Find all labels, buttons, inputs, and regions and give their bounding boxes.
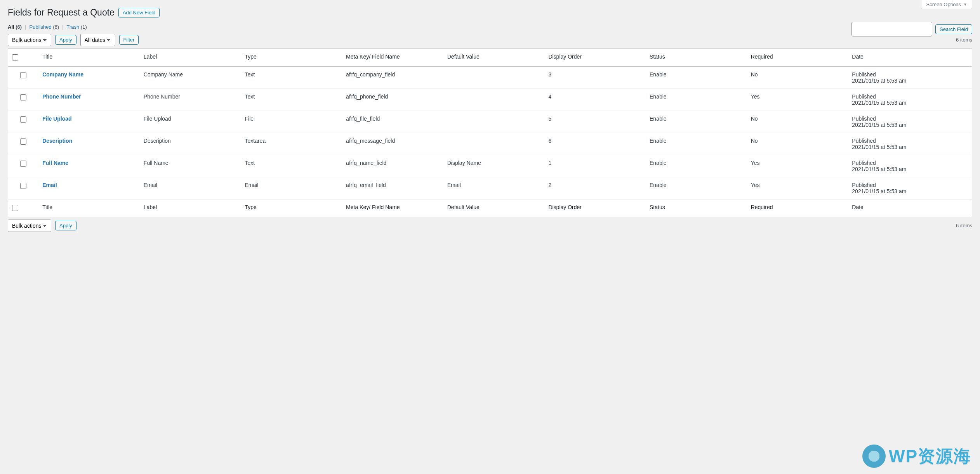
item-count-top: 6 items	[956, 37, 972, 43]
table-row: DescriptionDescriptionTextareaafrfq_mess…	[8, 133, 972, 155]
col-meta: Meta Key/ Field Name	[342, 49, 443, 67]
table-row: Full NameFull NameTextafrfq_name_fieldDi…	[8, 155, 972, 177]
row-title-link[interactable]: Full Name	[42, 160, 68, 166]
col-title-foot[interactable]: Title	[38, 199, 140, 217]
screen-options-label: Screen Options	[926, 2, 961, 7]
row-title-link[interactable]: Company Name	[42, 71, 83, 78]
item-count-bottom: 6 items	[956, 223, 972, 228]
row-order: 3	[544, 67, 646, 88]
view-published[interactable]: Published (6)	[30, 24, 59, 30]
search-field-button[interactable]: Search Field	[935, 24, 972, 34]
row-date: Published2021/01/15 at 5:53 am	[848, 133, 972, 155]
view-filters: All (6) | Published (6) | Trash (1)	[8, 24, 972, 30]
row-status: Enable	[646, 133, 747, 155]
row-date: Published2021/01/15 at 5:53 am	[848, 88, 972, 111]
row-title-link[interactable]: Phone Number	[42, 93, 81, 100]
row-required: No	[747, 67, 848, 88]
col-meta-foot: Meta Key/ Field Name	[342, 199, 443, 217]
row-required: No	[747, 111, 848, 133]
row-order: 4	[544, 88, 646, 111]
row-checkbox[interactable]	[20, 94, 26, 100]
row-type: Textarea	[241, 133, 342, 155]
row-label: File Upload	[140, 111, 241, 133]
bulk-actions-select-bottom[interactable]: Bulk actions	[8, 220, 51, 232]
row-date: Published2021/01/15 at 5:53 am	[848, 177, 972, 199]
col-label-foot: Label	[140, 199, 241, 217]
col-default-foot: Default Value	[443, 199, 545, 217]
col-type: Type	[241, 49, 342, 67]
row-label: Company Name	[140, 67, 241, 88]
row-checkbox[interactable]	[20, 72, 26, 78]
col-type-foot: Type	[241, 199, 342, 217]
view-trash[interactable]: Trash (1)	[67, 24, 87, 30]
col-required-foot: Required	[747, 199, 848, 217]
row-label: Email	[140, 177, 241, 199]
add-new-field-button[interactable]: Add New Field	[118, 8, 160, 17]
search-box: Search Field	[851, 22, 972, 36]
filter-button[interactable]: Filter	[119, 35, 139, 45]
row-label: Description	[140, 133, 241, 155]
table-row: File UploadFile UploadFileafrfq_file_fie…	[8, 111, 972, 133]
row-title-link[interactable]: Email	[42, 182, 57, 188]
row-date: Published2021/01/15 at 5:53 am	[848, 111, 972, 133]
row-type: File	[241, 111, 342, 133]
fields-table: Title Label Type Meta Key/ Field Name De…	[8, 48, 972, 217]
col-date[interactable]: Date	[848, 49, 972, 67]
row-default	[443, 88, 545, 111]
row-meta: afrfq_file_field	[342, 111, 443, 133]
row-status: Enable	[646, 177, 747, 199]
row-label: Full Name	[140, 155, 241, 177]
apply-button-bottom[interactable]: Apply	[55, 221, 76, 230]
row-required: Yes	[747, 177, 848, 199]
select-all-top[interactable]	[12, 54, 18, 61]
row-date: Published2021/01/15 at 5:53 am	[848, 155, 972, 177]
row-checkbox[interactable]	[20, 138, 26, 145]
col-order: Display Order	[544, 49, 646, 67]
row-default	[443, 67, 545, 88]
tablenav-top: Bulk actions Apply All dates Filter 6 it…	[8, 34, 972, 46]
col-title[interactable]: Title	[38, 49, 140, 67]
select-all-bottom[interactable]	[12, 205, 18, 211]
row-order: 2	[544, 177, 646, 199]
row-required: Yes	[747, 155, 848, 177]
bulk-actions-select-top[interactable]: Bulk actions	[8, 34, 51, 46]
screen-options-toggle[interactable]: Screen Options ▼	[921, 0, 972, 9]
page-title: Fields for Request a Quote	[8, 7, 115, 19]
row-title-link[interactable]: File Upload	[42, 116, 71, 122]
row-meta: afrfq_name_field	[342, 155, 443, 177]
row-default	[443, 111, 545, 133]
row-required: Yes	[747, 88, 848, 111]
row-order: 1	[544, 155, 646, 177]
table-row: EmailEmailEmailafrfq_email_fieldEmail2En…	[8, 177, 972, 199]
row-label: Phone Number	[140, 88, 241, 111]
row-type: Text	[241, 67, 342, 88]
row-checkbox[interactable]	[20, 116, 26, 123]
chevron-down-icon: ▼	[963, 2, 967, 7]
col-date-foot[interactable]: Date	[848, 199, 972, 217]
apply-button-top[interactable]: Apply	[55, 35, 76, 45]
tablenav-bottom: Bulk actions Apply 6 items	[8, 220, 972, 232]
col-status: Status	[646, 49, 747, 67]
row-type: Text	[241, 155, 342, 177]
row-date: Published2021/01/15 at 5:53 am	[848, 67, 972, 88]
col-status-foot: Status	[646, 199, 747, 217]
row-meta: afrfq_phone_field	[342, 88, 443, 111]
row-default: Email	[443, 177, 545, 199]
col-default: Default Value	[443, 49, 545, 67]
row-order: 6	[544, 133, 646, 155]
col-label: Label	[140, 49, 241, 67]
row-type: Text	[241, 88, 342, 111]
date-filter-select[interactable]: All dates	[80, 34, 115, 46]
view-all[interactable]: All (6)	[8, 24, 22, 30]
row-status: Enable	[646, 88, 747, 111]
row-status: Enable	[646, 111, 747, 133]
row-checkbox[interactable]	[20, 161, 26, 167]
row-default: Display Name	[443, 155, 545, 177]
row-title-link[interactable]: Description	[42, 138, 72, 144]
row-checkbox[interactable]	[20, 183, 26, 189]
col-order-foot: Display Order	[544, 199, 646, 217]
row-meta: afrfq_message_field	[342, 133, 443, 155]
search-input[interactable]	[851, 22, 932, 36]
row-type: Email	[241, 177, 342, 199]
col-required: Required	[747, 49, 848, 67]
